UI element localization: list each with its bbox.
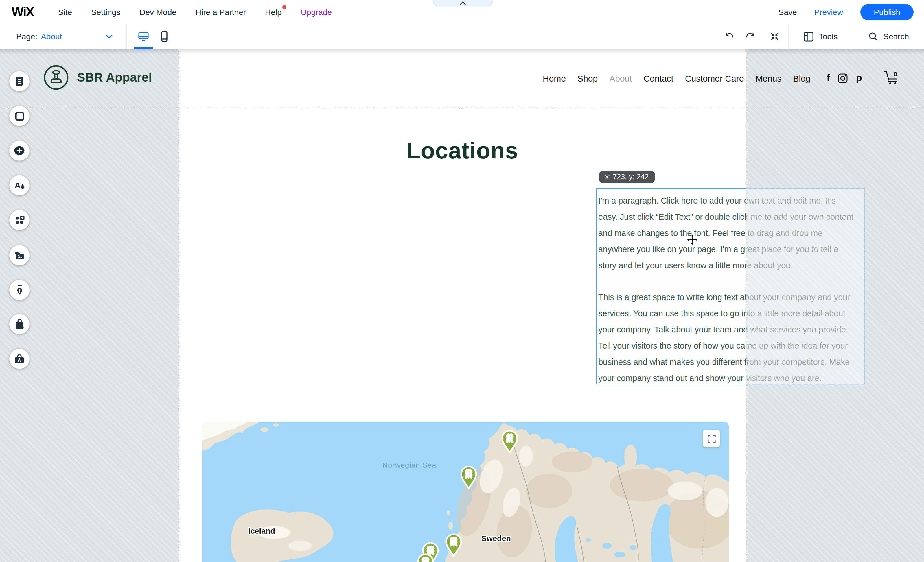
svg-text:A: A (14, 181, 21, 190)
sidebar-add-elements-button[interactable] (9, 140, 30, 161)
toolbar-shadow (0, 49, 924, 54)
search-icon (868, 31, 878, 41)
map-marker-5[interactable] (418, 554, 433, 562)
topbar-menu: Site Settings Dev Mode Hire a Partner He… (58, 7, 332, 17)
wix-editor-window: WiX Site Settings Dev Mode Hire a Partne… (0, 0, 924, 562)
site-logo[interactable]: SBR Apparel (43, 64, 152, 91)
nav-blog[interactable]: Blog (793, 73, 810, 83)
media-icon (14, 250, 25, 260)
fullscreen-icon (707, 435, 716, 442)
map-svg: Norwegian Sea Iceland Sweden (202, 422, 729, 562)
toolbar-divider (788, 24, 789, 49)
facebook-icon[interactable]: f (826, 72, 830, 84)
upgrade-link[interactable]: Upgrade (301, 7, 332, 17)
site-nav: Home Shop About Contact Customer Care Me… (543, 49, 899, 108)
map-label-sweden: Sweden (482, 534, 511, 543)
menu-site[interactable]: Site (58, 7, 72, 17)
nav-about[interactable]: About (609, 73, 632, 83)
briefcase-icon: A (14, 354, 25, 364)
mobile-view-button[interactable] (156, 29, 172, 44)
toolbar-right-group: Tools Search (719, 24, 924, 49)
add-apps-icon (14, 215, 25, 225)
site-design-icon: A (14, 180, 25, 191)
pages-icon (14, 76, 25, 87)
sidebar-content-button[interactable] (9, 280, 30, 300)
mobile-icon (159, 31, 170, 42)
map-fullscreen-button[interactable] (703, 430, 720, 447)
section-boundary (0, 108, 924, 108)
sidebar-add-apps-button[interactable] (9, 210, 30, 230)
cart-button[interactable]: 0 (883, 70, 899, 86)
page-title[interactable]: Locations (179, 138, 746, 164)
collapse-arrows-icon (770, 31, 780, 42)
menu-settings[interactable]: Settings (91, 7, 120, 17)
page-selector-label: Page: (16, 32, 38, 41)
tools-button[interactable]: Tools (789, 24, 852, 49)
nav-contact[interactable]: Contact (644, 73, 674, 83)
search-button[interactable]: Search (853, 24, 924, 49)
canvas-right-boundary (746, 49, 746, 562)
sidebar-pages-menu-button[interactable] (9, 71, 30, 91)
tools-label: Tools (819, 32, 837, 41)
preview-button[interactable]: Preview (814, 7, 843, 17)
editor-toolbar: Page: About (0, 24, 924, 49)
wix-logo[interactable]: WiX (12, 4, 34, 19)
sidebar-media-button[interactable] (9, 245, 30, 265)
active-device-indicator (134, 46, 153, 49)
shopping-bag-icon (14, 318, 25, 330)
stamp-logo-icon (43, 64, 69, 91)
menu-hire-a-partner[interactable]: Hire a Partner (195, 7, 246, 17)
cart-count: 0 (894, 70, 897, 78)
nav-shop[interactable]: Shop (578, 73, 598, 83)
editor-workspace: SBR Apparel Home Shop About Contact Cust… (0, 49, 924, 562)
undo-icon (724, 31, 735, 42)
toolbar-divider (761, 24, 761, 49)
redo-icon (745, 31, 756, 42)
tools-panel-icon (804, 31, 813, 41)
undo-button[interactable] (719, 24, 740, 49)
topbar-actions: Save Preview Publish (778, 0, 914, 24)
svg-text:A: A (18, 357, 21, 363)
brand-name: SBR Apparel (77, 70, 152, 84)
topbar-collapse-pill[interactable] (433, 0, 493, 6)
publish-button[interactable]: Publish (860, 4, 914, 20)
move-cursor-icon (686, 233, 698, 246)
nav-customer-care[interactable]: Customer Care (685, 73, 744, 83)
nav-menus[interactable]: Menus (755, 73, 782, 83)
chevron-down-icon[interactable] (105, 34, 113, 39)
editor-topbar: WiX Site Settings Dev Mode Hire a Partne… (0, 0, 924, 25)
sidebar-sections-button[interactable] (9, 106, 30, 126)
coordinates-tooltip: x: 723, y: 242 (599, 170, 655, 183)
menu-dev-mode[interactable]: Dev Mode (140, 7, 177, 17)
page-selector[interactable]: Page: About (16, 24, 62, 49)
pinterest-icon[interactable]: p (856, 72, 862, 84)
menu-help[interactable]: Help (265, 7, 282, 17)
social-bar: f p (826, 72, 862, 84)
pen-nib-icon (14, 284, 25, 296)
locations-map[interactable]: Norwegian Sea Iceland Sweden (202, 422, 729, 562)
out-of-canvas-overlay (746, 188, 865, 384)
sidebar-site-design-button[interactable]: A (9, 175, 30, 196)
save-button[interactable]: Save (778, 7, 797, 17)
redo-button[interactable] (740, 24, 761, 49)
sidebar-business-tools-button[interactable]: A (9, 349, 30, 369)
instagram-icon[interactable] (838, 73, 848, 83)
help-notification-dot (282, 5, 286, 9)
toolbar-divider (126, 24, 127, 49)
toolbar-divider (852, 24, 853, 49)
canvas-left-boundary (179, 49, 179, 562)
add-plus-icon (14, 145, 25, 156)
page-selector-value: About (41, 32, 62, 41)
search-label: Search (883, 32, 909, 41)
chevron-up-icon (459, 1, 466, 5)
collapse-tools-button[interactable] (761, 24, 788, 49)
cart-icon: 0 (883, 70, 899, 84)
map-label-norwegian-sea: Norwegian Sea (382, 461, 436, 469)
map-label-iceland: Iceland (248, 527, 275, 535)
nav-home[interactable]: Home (543, 73, 566, 83)
sidebar-stores-button[interactable] (9, 314, 30, 334)
desktop-view-button[interactable] (135, 29, 152, 44)
desktop-icon (138, 31, 149, 42)
sections-icon (14, 111, 25, 121)
